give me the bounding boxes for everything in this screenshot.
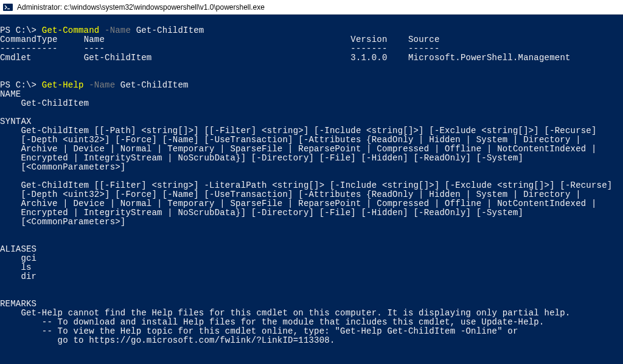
help-syntax2-l1: Get-ChildItem [[-Filter] <string>] -Lite… [0, 180, 612, 190]
table-header-version: Version [350, 35, 387, 44]
table-sep-source: ------ [408, 44, 440, 53]
table-sep-commandtype: ----------- [0, 44, 58, 53]
table-header-commandtype: CommandType [0, 35, 58, 44]
help-syntax1-l1: Get-ChildItem [[-Path] <string[]>] [[-Fi… [0, 126, 597, 136]
help-syntax2-l5: [<CommonParameters>] [0, 217, 125, 227]
arg-getchilditem: Get-ChildItem [136, 26, 204, 35]
help-name-label: NAME [0, 89, 21, 99]
help-syntax2-l4: Encrypted | IntegrityStream | NoScrubDat… [0, 208, 523, 218]
help-syntax1-l5: [<CommonParameters>] [0, 162, 125, 172]
help-syntax-label: SYNTAX [0, 117, 32, 126]
powershell-window: Administrator: c:\windows\system32\windo… [0, 0, 623, 364]
help-syntax1-l4: Encrypted | IntegrityStream | NoScrubDat… [0, 153, 523, 163]
help-remark-l3: -- To view the Help topic for this cmdle… [0, 326, 518, 336]
table-row-name: Get-ChildItem [84, 53, 152, 63]
arg-getchilditem: Get-ChildItem [120, 80, 189, 90]
param-name: -Name [99, 26, 136, 35]
help-syntax2-l2: [-Depth <uint32>] [-Force] [-Name] [-Use… [0, 190, 581, 199]
help-syntax2-l3: Archive | Device | Normal | Temporary | … [0, 199, 597, 208]
table-sep-name: ---- [84, 44, 105, 53]
svg-rect-0 [3, 4, 13, 11]
window-title: Administrator: c:\windows\system32\windo… [17, 3, 623, 12]
prompt: PS C:\> [0, 80, 42, 90]
cmdlet-gethelp: Get-Help [42, 80, 84, 90]
help-remark-l1: Get-Help cannot find the Help files for … [0, 308, 571, 318]
help-aliases-label: ALIASES [0, 244, 37, 254]
help-alias-dir: dir [0, 272, 37, 281]
help-name-value: Get-ChildItem [0, 98, 89, 108]
help-alias-ls: ls [0, 263, 32, 272]
table-row-version: 3.1.0.0 [350, 53, 387, 63]
help-remarks-label: REMARKS [0, 299, 37, 309]
help-syntax1-l2: [-Depth <uint32>] [-Force] [-Name] [-Use… [0, 135, 581, 145]
param-name: -Name [84, 80, 120, 90]
terminal-output[interactable]: PS C:\> Get-Command -Name Get-ChildItem … [0, 15, 623, 364]
help-remark-l2: -- To download and install Help files fo… [0, 317, 545, 327]
table-row-source: Microsoft.PowerShell.Management [408, 53, 571, 63]
table-header-name: Name [84, 35, 105, 44]
help-remark-l4: go to https://go.microsoft.com/fwlink/?L… [0, 335, 335, 345]
table-header-source: Source [408, 35, 440, 44]
table-sep-version: ------- [350, 44, 387, 53]
table-row-commandtype: Cmdlet [0, 53, 32, 63]
help-alias-gci: gci [0, 253, 37, 263]
prompt: PS C:\> [0, 26, 42, 35]
titlebar[interactable]: Administrator: c:\windows\system32\windo… [0, 0, 623, 15]
help-syntax1-l3: Archive | Device | Normal | Temporary | … [0, 144, 597, 154]
cmdlet-getcommand: Get-Command [42, 26, 100, 35]
powershell-icon [2, 2, 13, 13]
